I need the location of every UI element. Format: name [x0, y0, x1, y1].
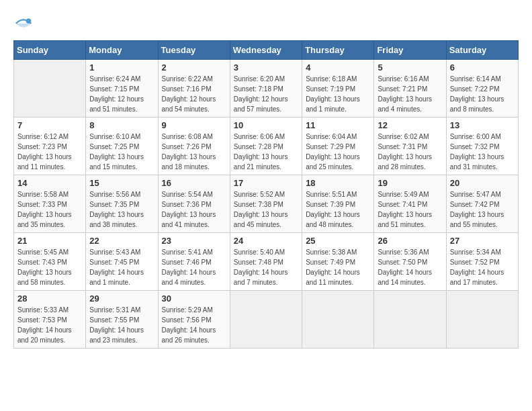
day-number: 16 — [162, 178, 226, 188]
day-number: 6 — [450, 62, 515, 73]
week-row-5: 28Sunrise: 5:33 AMSunset: 7:53 PMDayligh… — [14, 291, 519, 349]
day-info: Sunrise: 5:41 AMSunset: 7:46 PMDaylight:… — [162, 247, 226, 287]
calendar-cell: 30Sunrise: 5:29 AMSunset: 7:56 PMDayligh… — [158, 291, 230, 349]
day-number: 25 — [306, 236, 370, 246]
col-header-wednesday: Wednesday — [230, 41, 302, 60]
day-number: 13 — [450, 120, 515, 130]
day-info: Sunrise: 5:33 AMSunset: 7:53 PMDaylight:… — [17, 305, 82, 345]
calendar-cell: 21Sunrise: 5:45 AMSunset: 7:43 PMDayligh… — [14, 233, 86, 291]
col-header-friday: Friday — [374, 41, 446, 60]
day-number: 28 — [17, 293, 82, 304]
day-number: 7 — [17, 120, 82, 130]
calendar-cell: 17Sunrise: 5:52 AMSunset: 7:38 PMDayligh… — [230, 175, 302, 233]
day-number: 19 — [378, 178, 442, 188]
calendar-table: SundayMondayTuesdayWednesdayThursdayFrid… — [13, 40, 519, 349]
calendar-cell: 27Sunrise: 5:34 AMSunset: 7:52 PMDayligh… — [446, 233, 518, 291]
day-number: 9 — [162, 120, 226, 130]
calendar-cell: 19Sunrise: 5:49 AMSunset: 7:41 PMDayligh… — [374, 175, 446, 233]
calendar-cell: 22Sunrise: 5:43 AMSunset: 7:45 PMDayligh… — [86, 233, 158, 291]
day-number: 26 — [378, 236, 442, 246]
day-info: Sunrise: 6:12 AMSunset: 7:23 PMDaylight:… — [17, 132, 82, 172]
calendar-cell: 14Sunrise: 5:58 AMSunset: 7:33 PMDayligh… — [14, 175, 86, 233]
day-info: Sunrise: 6:00 AMSunset: 7:32 PMDaylight:… — [450, 132, 515, 172]
day-info: Sunrise: 5:47 AMSunset: 7:42 PMDaylight:… — [450, 189, 515, 230]
day-number: 21 — [17, 236, 82, 246]
week-row-3: 14Sunrise: 5:58 AMSunset: 7:33 PMDayligh… — [14, 175, 519, 233]
day-info: Sunrise: 6:04 AMSunset: 7:29 PMDaylight:… — [306, 132, 370, 172]
day-info: Sunrise: 5:38 AMSunset: 7:49 PMDaylight:… — [306, 247, 370, 287]
calendar-cell: 18Sunrise: 5:51 AMSunset: 7:39 PMDayligh… — [302, 175, 374, 233]
col-header-sunday: Sunday — [14, 41, 86, 60]
calendar-cell — [446, 291, 518, 349]
logo — [13, 13, 35, 34]
day-info: Sunrise: 6:02 AMSunset: 7:31 PMDaylight:… — [378, 132, 442, 172]
day-number: 10 — [234, 120, 298, 130]
day-info: Sunrise: 5:36 AMSunset: 7:50 PMDaylight:… — [378, 247, 442, 287]
day-number: 4 — [306, 62, 370, 73]
day-info: Sunrise: 5:29 AMSunset: 7:56 PMDaylight:… — [162, 305, 226, 345]
day-info: Sunrise: 5:52 AMSunset: 7:38 PMDaylight:… — [234, 189, 298, 230]
day-info: Sunrise: 6:08 AMSunset: 7:26 PMDaylight:… — [162, 132, 226, 172]
calendar-cell: 20Sunrise: 5:47 AMSunset: 7:42 PMDayligh… — [446, 175, 518, 233]
calendar-cell: 7Sunrise: 6:12 AMSunset: 7:23 PMDaylight… — [14, 118, 86, 175]
calendar-cell — [230, 291, 302, 349]
calendar-cell: 13Sunrise: 6:00 AMSunset: 7:32 PMDayligh… — [446, 118, 518, 175]
calendar-cell: 23Sunrise: 5:41 AMSunset: 7:46 PMDayligh… — [158, 233, 230, 291]
calendar-header-row: SundayMondayTuesdayWednesdayThursdayFrid… — [14, 41, 519, 60]
calendar-cell: 1Sunrise: 6:24 AMSunset: 7:15 PMDaylight… — [86, 60, 158, 118]
day-number: 11 — [306, 120, 370, 130]
day-info: Sunrise: 5:34 AMSunset: 7:52 PMDaylight:… — [450, 247, 515, 287]
col-header-saturday: Saturday — [446, 41, 518, 60]
day-info: Sunrise: 5:54 AMSunset: 7:36 PMDaylight:… — [162, 189, 226, 230]
calendar-cell: 29Sunrise: 5:31 AMSunset: 7:55 PMDayligh… — [86, 291, 158, 349]
day-info: Sunrise: 6:20 AMSunset: 7:18 PMDaylight:… — [234, 74, 298, 114]
calendar-cell: 4Sunrise: 6:18 AMSunset: 7:19 PMDaylight… — [302, 60, 374, 118]
col-header-tuesday: Tuesday — [158, 41, 230, 60]
week-row-4: 21Sunrise: 5:45 AMSunset: 7:43 PMDayligh… — [14, 233, 519, 291]
calendar-cell: 2Sunrise: 6:22 AMSunset: 7:16 PMDaylight… — [158, 60, 230, 118]
day-number: 1 — [89, 62, 154, 73]
calendar-cell — [374, 291, 446, 349]
col-header-thursday: Thursday — [302, 41, 374, 60]
day-number: 22 — [89, 236, 154, 246]
day-info: Sunrise: 6:22 AMSunset: 7:16 PMDaylight:… — [162, 74, 226, 114]
day-info: Sunrise: 6:14 AMSunset: 7:22 PMDaylight:… — [450, 74, 515, 114]
calendar-cell: 15Sunrise: 5:56 AMSunset: 7:35 PMDayligh… — [86, 175, 158, 233]
week-row-1: 1Sunrise: 6:24 AMSunset: 7:15 PMDaylight… — [14, 60, 519, 118]
day-number: 5 — [378, 62, 442, 73]
day-info: Sunrise: 5:45 AMSunset: 7:43 PMDaylight:… — [17, 247, 82, 287]
day-info: Sunrise: 5:31 AMSunset: 7:55 PMDaylight:… — [89, 305, 154, 345]
day-number: 23 — [162, 236, 226, 246]
day-number: 12 — [378, 120, 442, 130]
day-info: Sunrise: 6:24 AMSunset: 7:15 PMDaylight:… — [89, 74, 154, 114]
day-number: 29 — [89, 293, 154, 304]
day-number: 14 — [17, 178, 82, 188]
week-row-2: 7Sunrise: 6:12 AMSunset: 7:23 PMDaylight… — [14, 118, 519, 175]
day-info: Sunrise: 5:40 AMSunset: 7:48 PMDaylight:… — [234, 247, 298, 287]
calendar-cell — [302, 291, 374, 349]
day-info: Sunrise: 6:10 AMSunset: 7:25 PMDaylight:… — [89, 132, 154, 172]
day-info: Sunrise: 5:51 AMSunset: 7:39 PMDaylight:… — [306, 189, 370, 230]
col-header-monday: Monday — [86, 41, 158, 60]
calendar-cell: 5Sunrise: 6:16 AMSunset: 7:21 PMDaylight… — [374, 60, 446, 118]
day-number: 15 — [89, 178, 154, 188]
day-number: 2 — [162, 62, 226, 73]
calendar-cell: 28Sunrise: 5:33 AMSunset: 7:53 PMDayligh… — [14, 291, 86, 349]
calendar-cell: 8Sunrise: 6:10 AMSunset: 7:25 PMDaylight… — [86, 118, 158, 175]
calendar-cell: 3Sunrise: 6:20 AMSunset: 7:18 PMDaylight… — [230, 60, 302, 118]
day-info: Sunrise: 5:56 AMSunset: 7:35 PMDaylight:… — [89, 189, 154, 230]
logo-icon — [13, 13, 34, 34]
day-number: 30 — [162, 293, 226, 304]
page-header — [13, 13, 519, 34]
svg-point-0 — [26, 19, 32, 24]
day-number: 18 — [306, 178, 370, 188]
day-number: 3 — [234, 62, 298, 73]
day-number: 17 — [234, 178, 298, 188]
day-info: Sunrise: 6:18 AMSunset: 7:19 PMDaylight:… — [306, 74, 370, 114]
calendar-cell: 12Sunrise: 6:02 AMSunset: 7:31 PMDayligh… — [374, 118, 446, 175]
calendar-cell — [14, 60, 86, 118]
calendar-cell: 9Sunrise: 6:08 AMSunset: 7:26 PMDaylight… — [158, 118, 230, 175]
calendar-cell: 24Sunrise: 5:40 AMSunset: 7:48 PMDayligh… — [230, 233, 302, 291]
day-info: Sunrise: 5:49 AMSunset: 7:41 PMDaylight:… — [378, 189, 442, 230]
calendar-cell: 26Sunrise: 5:36 AMSunset: 7:50 PMDayligh… — [374, 233, 446, 291]
